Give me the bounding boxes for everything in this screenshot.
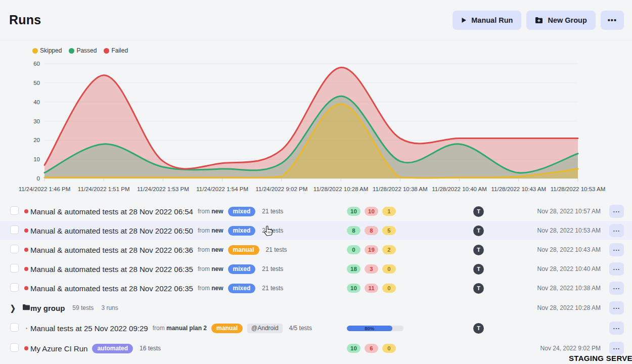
checkbox-cell xyxy=(10,225,22,236)
avatar[interactable]: T xyxy=(473,283,484,294)
ellipsis-icon: ... xyxy=(613,226,620,233)
run-row[interactable]: Manual & automated tests at 28 Nov 2022 … xyxy=(0,221,632,240)
avatar-cell: T xyxy=(473,206,525,217)
x-axis-tick-label: 11/24/2022 1:54 PM xyxy=(196,186,248,192)
run-tests-count: 21 tests xyxy=(262,265,283,272)
group-runs-count: 3 runs xyxy=(101,304,118,311)
run-type-badge: manual xyxy=(228,245,259,255)
avatar-cell: T xyxy=(473,264,525,275)
group-row[interactable]: ❯my group59 tests3 runsNov 28, 2022 10:2… xyxy=(0,298,632,318)
run-title: Manual tests at 25 Nov 2022 09:29 xyxy=(30,324,148,333)
run-row[interactable]: My Azure CI Runautomated16 tests1060Nov … xyxy=(0,338,632,358)
row-checkbox[interactable] xyxy=(10,283,19,292)
legend-label: Failed xyxy=(111,47,128,54)
x-axis-tick-label: 11/28/2022 10:40 AM xyxy=(432,186,487,192)
run-from-plan: new xyxy=(211,227,223,234)
run-date: Nov 28, 2022 10:53 AM xyxy=(525,227,601,234)
skipped-count-pill: 1 xyxy=(382,207,396,216)
group-expand-cell: ❯ xyxy=(10,303,22,312)
run-row[interactable]: Manual & automated tests at 28 Nov 2022 … xyxy=(0,202,632,221)
run-progress-fill: 80% xyxy=(347,326,392,331)
y-axis-tick-label: 30 xyxy=(33,118,40,124)
row-more-button[interactable]: ... xyxy=(609,322,624,335)
status-cell xyxy=(22,267,30,271)
row-checkbox[interactable] xyxy=(10,245,19,253)
run-from-plan: new xyxy=(211,246,223,253)
more-cell: ... xyxy=(601,224,624,237)
title-cell: My Azure CI Runautomated16 tests xyxy=(30,344,347,353)
run-tag[interactable]: @Android xyxy=(247,324,283,333)
title-cell: Manual & automated tests at 28 Nov 2022 … xyxy=(30,284,347,293)
y-axis-tick-label: 10 xyxy=(33,156,40,162)
row-more-button[interactable]: ... xyxy=(609,224,624,237)
ellipsis-icon: ... xyxy=(613,207,620,213)
new-group-button[interactable]: New Group xyxy=(526,11,595,30)
run-row[interactable]: Manual tests at 25 Nov 2022 09:29from ma… xyxy=(0,318,632,338)
passed-count-pill: 10 xyxy=(347,284,360,293)
header-more-button[interactable]: ••• xyxy=(601,11,624,30)
failed-count-pill: 8 xyxy=(365,226,378,235)
row-more-button[interactable]: ... xyxy=(609,282,624,295)
status-dot xyxy=(26,328,27,329)
x-axis-tick-label: 11/24/2022 1:51 PM xyxy=(78,186,130,192)
run-tests-count: 4/5 tests xyxy=(289,325,312,332)
failed-count-pill: 3 xyxy=(365,264,378,274)
row-more-button[interactable]: ... xyxy=(609,205,624,218)
run-from: from new xyxy=(198,227,223,234)
row-checkbox[interactable] xyxy=(10,343,19,352)
avatar[interactable]: T xyxy=(473,206,484,217)
run-type-badge: mixed xyxy=(228,264,256,274)
title-cell: Manual & automated tests at 28 Nov 2022 … xyxy=(30,245,347,255)
avatar[interactable]: T xyxy=(473,323,484,334)
manual-run-button[interactable]: Manual Run xyxy=(453,11,521,30)
group-title-cell: my group59 tests3 runs xyxy=(30,304,347,312)
group-tests-count: 59 tests xyxy=(72,304,94,311)
ellipsis-icon: ... xyxy=(613,324,620,330)
legend-item-failed: Failed xyxy=(104,47,128,54)
run-from: from manual plan 2 xyxy=(153,325,207,332)
row-checkbox[interactable] xyxy=(10,206,19,215)
avatar[interactable]: T xyxy=(473,264,484,275)
run-type-badge: manual xyxy=(211,324,243,333)
status-cell xyxy=(22,229,30,233)
title-cell: Manual tests at 25 Nov 2022 09:29from ma… xyxy=(30,324,347,333)
row-more-button[interactable]: ... xyxy=(609,301,624,314)
run-from: from new xyxy=(198,208,223,215)
ellipsis-icon: ... xyxy=(613,284,620,290)
run-progress-label: 80% xyxy=(365,326,374,331)
status-dot xyxy=(24,209,28,213)
run-title: Manual & automated tests at 28 Nov 2022 … xyxy=(30,246,193,254)
stats-cell: 80% xyxy=(347,326,473,331)
run-date: Nov 28, 2022 10:40 AM xyxy=(525,265,601,272)
status-dot xyxy=(24,229,28,233)
chevron-right-icon[interactable]: ❯ xyxy=(10,304,16,313)
y-axis-tick-label: 50 xyxy=(33,80,40,86)
avatar-cell: T xyxy=(473,323,525,334)
more-cell: ... xyxy=(601,322,624,335)
run-row[interactable]: Manual & automated tests at 28 Nov 2022 … xyxy=(0,279,632,298)
row-more-button[interactable]: ... xyxy=(609,243,624,256)
passed-count-pill: 18 xyxy=(347,264,360,274)
avatar[interactable]: T xyxy=(473,245,484,255)
row-more-button[interactable]: ... xyxy=(609,262,624,276)
status-cell xyxy=(22,286,30,290)
run-type-badge: mixed xyxy=(228,207,256,216)
legend-label: Passed xyxy=(76,47,97,54)
run-from-plan: new xyxy=(211,285,223,292)
more-cell: ... xyxy=(601,205,624,218)
ellipsis-icon: ••• xyxy=(608,16,617,24)
row-checkbox[interactable] xyxy=(10,323,19,332)
row-more-button[interactable]: ... xyxy=(609,342,624,355)
group-date: Nov 28, 2022 10:28 AM xyxy=(525,304,601,311)
folder-plus-icon xyxy=(535,17,543,24)
failed-count-pill: 6 xyxy=(365,344,378,353)
run-row[interactable]: Manual & automated tests at 28 Nov 2022 … xyxy=(0,259,632,279)
manual-run-label: Manual Run xyxy=(471,16,513,24)
row-checkbox[interactable] xyxy=(10,225,19,234)
y-axis-tick-label: 20 xyxy=(33,137,40,143)
run-row[interactable]: Manual & automated tests at 28 Nov 2022 … xyxy=(0,240,632,259)
avatar[interactable]: T xyxy=(473,225,484,236)
legend-dot-icon xyxy=(32,48,38,54)
x-axis-tick-label: 11/24/2022 1:53 PM xyxy=(137,186,189,192)
row-checkbox[interactable] xyxy=(10,264,19,272)
